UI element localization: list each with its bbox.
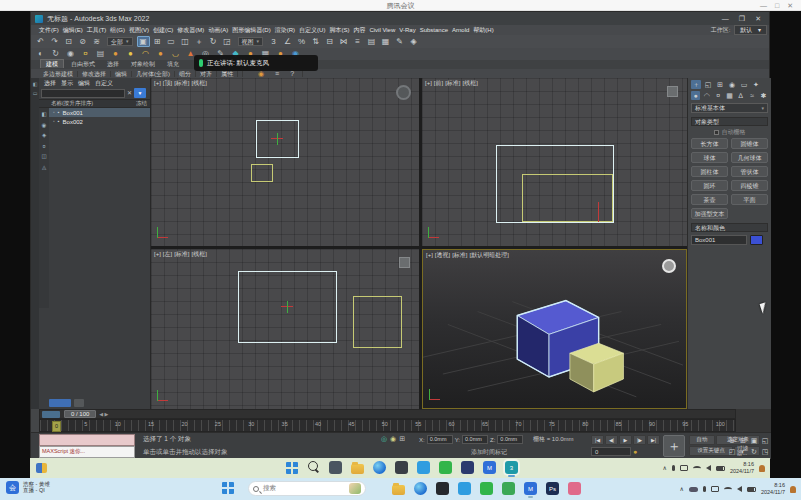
- object-name[interactable]: Box002: [63, 119, 83, 125]
- time-slider[interactable]: 0 / 100 ◀ ▶: [39, 409, 736, 419]
- display-all-icon[interactable]: ◧: [41, 112, 46, 118]
- named-sets-icon[interactable]: ⊟: [323, 36, 336, 47]
- max-minimize-button[interactable]: —: [722, 15, 729, 22]
- viewport-top[interactable]: [+][顶][标准][线框]: [151, 78, 419, 246]
- viewport-label[interactable]: [默认明暗处理]: [470, 252, 509, 258]
- menu-item[interactable]: Substance: [418, 27, 450, 33]
- hierarchy-tab-icon[interactable]: ⊞: [715, 80, 725, 89]
- tray-clock[interactable]: 8:16 2024/11/7: [761, 483, 785, 495]
- menu-item[interactable]: 编辑(E): [61, 27, 85, 33]
- explorer-menu-item[interactable]: 编辑: [78, 80, 90, 87]
- explorer-name-column-header[interactable]: 名称(按升序排序): [51, 101, 93, 107]
- curve-editor-icon[interactable]: ✎: [393, 36, 406, 47]
- menu-item[interactable]: 脚本(S): [327, 27, 351, 33]
- primitive-button[interactable]: 平面: [731, 194, 768, 205]
- ribbon-toggle-icon[interactable]: ▦: [379, 36, 392, 47]
- explorer-menu-item[interactable]: 自定义: [95, 80, 113, 87]
- start-button[interactable]: [222, 482, 234, 494]
- edge-icon[interactable]: [414, 482, 427, 495]
- viewport-label[interactable]: [透视]: [435, 252, 450, 258]
- viewport-label[interactable]: [+]: [154, 251, 161, 257]
- explorer-menu-item[interactable]: 显示: [61, 80, 73, 87]
- wifi-icon[interactable]: [724, 487, 732, 492]
- user-icon[interactable]: ◉: [254, 70, 268, 77]
- viewcube-icon[interactable]: [399, 257, 410, 268]
- ribbon-section[interactable]: 多边形建模: [39, 71, 78, 77]
- box002-wireframe[interactable]: [522, 174, 613, 222]
- window-crossing-icon[interactable]: ◫: [179, 36, 192, 47]
- clear-search-icon[interactable]: ✕: [127, 90, 132, 96]
- object-name-field[interactable]: Box001: [691, 235, 747, 245]
- object-type-rollout[interactable]: 对象类型: [691, 117, 768, 126]
- menu-item[interactable]: 工具(T): [85, 27, 109, 33]
- widgets-icon[interactable]: [36, 463, 47, 473]
- viewport-label[interactable]: [线框]: [192, 251, 207, 257]
- redo-icon[interactable]: ↷: [48, 36, 61, 47]
- explorer-footer-button[interactable]: [49, 399, 71, 407]
- viewport-label[interactable]: [顶]: [163, 80, 172, 86]
- maximize-viewport-icon[interactable]: ◳: [760, 446, 770, 456]
- box002-wireframe[interactable]: [251, 164, 273, 182]
- primitive-button[interactable]: 管状体: [731, 166, 768, 177]
- go-start-button[interactable]: |◀: [591, 435, 604, 445]
- menu-item[interactable]: 动画(A): [206, 27, 230, 33]
- meeting-close-button[interactable]: ✕: [787, 2, 793, 9]
- zoom-all-icon[interactable]: ⊞: [738, 435, 748, 445]
- mic-tray-icon[interactable]: [703, 486, 706, 492]
- explorer-row-box002[interactable]: ◦ ▪ Box002: [49, 117, 150, 126]
- primitive-button[interactable]: 圆锥体: [731, 138, 768, 149]
- time-slider-arrows[interactable]: ◀ ▶: [99, 412, 108, 417]
- add-keyframe-button[interactable]: ＋: [663, 435, 685, 457]
- lights-cat-icon[interactable]: ¤: [714, 91, 723, 100]
- menu-item[interactable]: 修改器(M): [175, 27, 206, 33]
- display-helpers-icon[interactable]: ◬: [42, 165, 46, 171]
- move-icon[interactable]: ＋: [193, 36, 206, 47]
- helpers-cat-icon[interactable]: ∆: [736, 91, 745, 100]
- wifi-icon[interactable]: [693, 466, 701, 471]
- viewport-label[interactable]: [标准]: [174, 251, 189, 257]
- go-end-button[interactable]: ▶|: [647, 435, 660, 445]
- time-slider-handle[interactable]: 0 / 100: [64, 410, 96, 418]
- name-color-rollout[interactable]: 名称和颜色: [691, 223, 768, 232]
- play-button[interactable]: ▶: [619, 435, 632, 445]
- search-icon[interactable]: [307, 461, 320, 474]
- viewport-label[interactable]: [+]: [426, 252, 433, 258]
- spinner-snap-icon[interactable]: ⇅: [309, 36, 322, 47]
- reference-coordinate-dropdown[interactable]: 视图▾: [238, 37, 264, 46]
- tray-chevron-icon[interactable]: ∧: [680, 486, 684, 492]
- zoom-region-icon[interactable]: ◰: [727, 446, 737, 456]
- tencent-meeting-tray-icon[interactable]: 会: [6, 481, 19, 494]
- menu-item[interactable]: 创建(C): [151, 27, 175, 33]
- explorer-footer-button[interactable]: [74, 399, 84, 407]
- primitive-button[interactable]: 长方体: [691, 138, 728, 149]
- mirror-icon[interactable]: ⋈: [337, 36, 350, 47]
- tray-clock[interactable]: 8:16 2024/11/7: [730, 462, 754, 474]
- ribbon-section[interactable]: 修改选择: [78, 71, 111, 77]
- undo-icon[interactable]: ↶: [34, 36, 47, 47]
- primitive-button[interactable]: 球体: [691, 152, 728, 163]
- volume-icon[interactable]: [737, 486, 742, 492]
- menu-item[interactable]: 视图(V): [127, 27, 151, 33]
- layout-tab-icon[interactable]: ▭: [33, 91, 38, 96]
- y-coord-field[interactable]: 0.0mm: [462, 435, 488, 444]
- primitive-button[interactable]: 茶壶: [691, 194, 728, 205]
- viewport-label[interactable]: [左]: [163, 251, 172, 257]
- battery-icon[interactable]: [716, 466, 725, 471]
- bind-spacewarp-icon[interactable]: ≋: [90, 36, 103, 47]
- taskbar-search-box[interactable]: 搜索: [248, 481, 366, 496]
- unlink-icon[interactable]: ⊘: [76, 36, 89, 47]
- edge-icon[interactable]: [373, 461, 386, 474]
- autogrid-checkbox[interactable]: [714, 130, 719, 135]
- scale-icon[interactable]: ◲: [221, 36, 234, 47]
- angle-snap-icon[interactable]: ∠: [281, 36, 294, 47]
- current-frame-marker[interactable]: 0: [52, 421, 61, 432]
- viewport-perspective[interactable]: [+][透视][标准][默认明暗处理]: [422, 249, 687, 409]
- track-bar[interactable]: 0510152025303540455055606570758085909510…: [39, 419, 736, 432]
- viewport-label[interactable]: [前]: [434, 80, 443, 86]
- menu-item[interactable]: 图形编辑器(D): [230, 27, 272, 33]
- motion-tab-icon[interactable]: ◉: [727, 80, 737, 89]
- utilities-tab-icon[interactable]: ✦: [751, 80, 761, 89]
- viewport-label[interactable]: [标准]: [452, 252, 467, 258]
- zoom-extents-icon[interactable]: ▣: [749, 435, 759, 445]
- notification-bell-icon[interactable]: [790, 486, 796, 493]
